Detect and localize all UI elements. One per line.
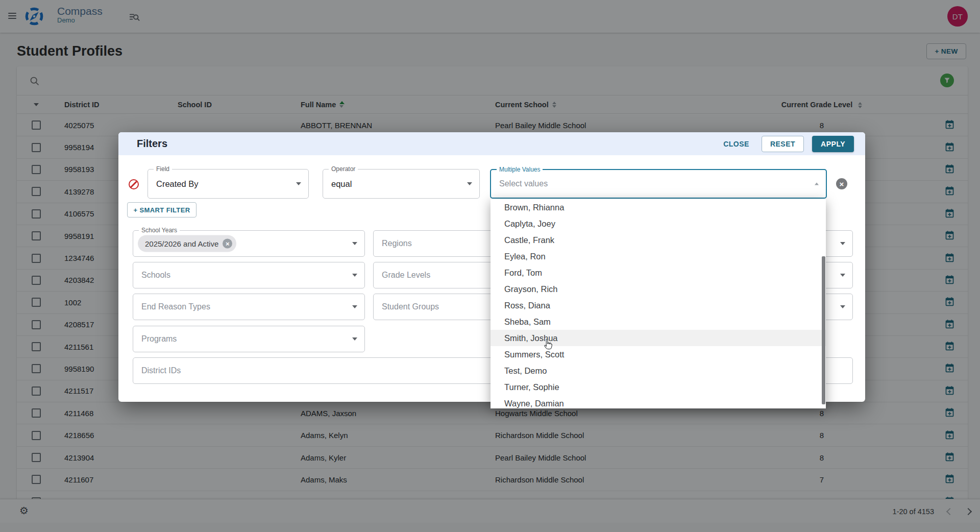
chevron-down-icon: [352, 305, 357, 308]
end-reason-types-select[interactable]: End Reason Types: [133, 294, 365, 320]
chevron-up-icon: [815, 183, 819, 185]
close-button[interactable]: CLOSE: [719, 137, 753, 151]
clear-values-button[interactable]: ×: [836, 178, 847, 189]
programs-select[interactable]: Programs: [133, 326, 365, 352]
dropdown-option[interactable]: Sheba, Sam: [491, 313, 826, 330]
chevron-down-icon: [840, 242, 845, 245]
values-dropdown: Brown, RhiannaCaplyta, JoeyCastle, Frank…: [491, 199, 826, 408]
dropdown-option[interactable]: Ford, Tom: [491, 264, 826, 281]
dropdown-option[interactable]: Caplyta, Joey: [491, 215, 826, 232]
chevron-down-icon: [352, 242, 357, 245]
chevron-down-icon: [352, 337, 357, 341]
dropdown-option[interactable]: Eylea, Ron: [491, 248, 826, 264]
filters-modal-header: Filters CLOSE RESET APPLY: [118, 132, 865, 155]
dropdown-option[interactable]: Test, Demo: [491, 362, 826, 379]
filters-title: Filters: [137, 138, 167, 150]
schools-select[interactable]: Schools: [133, 262, 365, 288]
smart-filter-button[interactable]: + SMART FILTER: [127, 202, 197, 217]
dropdown-option[interactable]: Castle, Frank: [491, 232, 826, 248]
operator-select[interactable]: Operator equal: [323, 169, 480, 199]
school-years-select[interactable]: School Years 2025/2026 and Active ×: [133, 230, 365, 257]
remove-condition-icon[interactable]: [129, 179, 139, 189]
dropdown-option[interactable]: Brown, Rhianna: [491, 199, 826, 215]
field-select[interactable]: Field Created By: [148, 169, 309, 199]
dropdown-option[interactable]: Wayne, Damian: [491, 395, 826, 408]
dropdown-option[interactable]: Smith, Joshua: [491, 330, 826, 346]
values-placeholder: Select values: [499, 179, 548, 188]
apply-button[interactable]: APPLY: [812, 136, 854, 152]
dropdown-option[interactable]: Summers, Scott: [491, 346, 826, 362]
school-year-chip: 2025/2026 and Active ×: [138, 235, 236, 252]
dropdown-option[interactable]: Ross, Diana: [491, 297, 826, 313]
multiple-values-combobox[interactable]: Multiple Values Select values: [490, 169, 827, 199]
dropdown-option[interactable]: Turner, Sophie: [491, 379, 826, 395]
field-value: Created By: [156, 179, 199, 189]
chevron-down-icon: [467, 182, 472, 185]
application-window: Compass Demo DT Student Profiles + NEW: [0, 0, 980, 532]
chip-remove-icon[interactable]: ×: [223, 239, 232, 249]
operator-value: equal: [331, 179, 352, 189]
dropdown-scrollbar[interactable]: [822, 256, 825, 404]
values-dropdown-list: Brown, RhiannaCaplyta, JoeyCastle, Frank…: [491, 199, 826, 408]
chevron-down-icon: [840, 305, 845, 308]
chevron-down-icon: [352, 274, 357, 277]
chevron-down-icon: [840, 274, 845, 277]
chevron-down-icon: [296, 182, 301, 185]
reset-button[interactable]: RESET: [762, 136, 804, 152]
dropdown-option[interactable]: Grayson, Rich: [491, 281, 826, 297]
